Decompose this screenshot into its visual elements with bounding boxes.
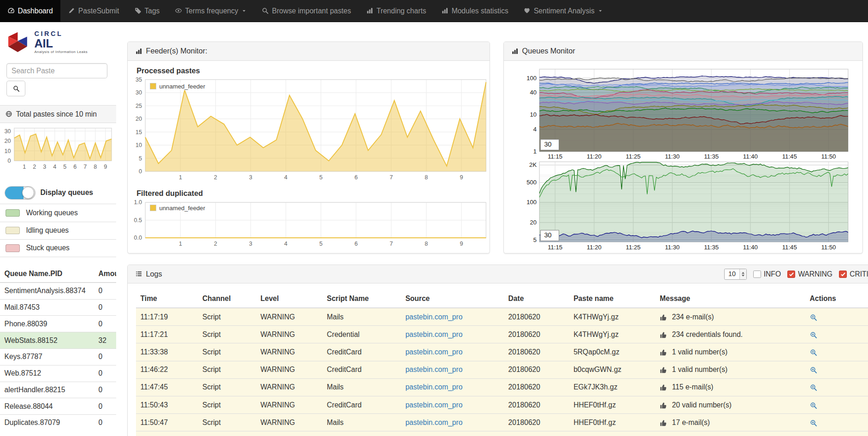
nav-item-trending-charts[interactable]: Trending charts (359, 0, 434, 22)
nav-item-label: Trending charts (377, 7, 426, 15)
zoom-in-icon[interactable] (810, 419, 817, 427)
log-message: 17 e-mail(s) (655, 414, 805, 431)
zoom-in-icon[interactable] (810, 366, 817, 374)
source-link[interactable]: pastebin.com_pro (405, 418, 462, 426)
source-link[interactable]: pastebin.com_pro (405, 383, 462, 391)
svg-text:25: 25 (136, 103, 142, 109)
svg-text:11:15: 11:15 (548, 244, 562, 251)
zoom-in-icon[interactable] (810, 402, 817, 409)
nav-item-sentiment-analysis[interactable]: Sentiment Analysis (516, 0, 611, 22)
nav-item-modules-statistics[interactable]: Modules statistics (434, 0, 516, 22)
log-level: WARNING (256, 431, 322, 436)
svg-text:2: 2 (214, 174, 217, 181)
queue-row: Duplicates.870790 (0, 415, 116, 431)
log-message-text: 1 valid number(s) (672, 365, 727, 373)
svg-text:2: 2 (214, 241, 217, 247)
nav-item-pastesubmit[interactable]: PasteSubmit (60, 0, 127, 22)
log-date: 20180620 (504, 414, 569, 431)
log-time: 11:47:45 (136, 378, 198, 396)
queue-amount: 0 (94, 398, 116, 415)
log-script-name: CreditCard (322, 396, 401, 413)
nav-item-browse-important-pastes[interactable]: Browse important pastes (254, 0, 359, 22)
zoom-in-icon[interactable] (810, 349, 817, 356)
log-script-name: Mails (322, 308, 401, 326)
checkbox-critical[interactable] (839, 271, 847, 278)
spinner-arrows-icon[interactable] (739, 269, 746, 279)
nav-item-terms-frequency[interactable]: Terms frequency (167, 0, 254, 22)
log-paste-name: HHEF0tHf.gz (569, 414, 655, 431)
log-actions (805, 308, 868, 326)
total-pastes-title: Total pastes since 10 min (16, 110, 97, 118)
zoom-in-icon[interactable] (810, 331, 817, 339)
source-link[interactable]: pastebin.com_pro (405, 348, 462, 356)
log-date: 20180620 (504, 431, 569, 436)
legend-row-idling-queues: Idling queues (0, 222, 116, 239)
svg-text:100: 100 (526, 74, 537, 81)
source-link[interactable]: pastebin.com_pro (405, 401, 462, 409)
source-link[interactable]: pastebin.com_pro (405, 365, 462, 373)
thumbs-up-icon (660, 402, 667, 409)
svg-text:4: 4 (284, 241, 288, 247)
checkbox-warning[interactable] (787, 271, 795, 278)
svg-text:3: 3 (249, 174, 252, 181)
logs-header-date: Date (504, 290, 569, 308)
caret-down-icon (242, 8, 247, 13)
queues-in-chart[interactable]: 14104010011:1511:2011:2511:3011:3511:401… (520, 66, 854, 161)
queue-name: SentimentAnalysis.88374 (0, 283, 94, 299)
log-row: 11:50:43ScriptWARNINGCreditCardpastebin.… (136, 396, 868, 413)
log-paste-name: 5RQap0cM.gz (569, 343, 655, 361)
checkbox-info[interactable] (753, 271, 761, 278)
graph-window-input[interactable]: 30 (540, 139, 559, 150)
log-message: 115 e-mail(s) (655, 378, 805, 396)
svg-text:2: 2 (33, 164, 36, 170)
svg-text:1: 1 (23, 164, 26, 170)
source-link[interactable]: pastebin.com_pro (405, 313, 462, 321)
svg-text:0.0: 0.0 (134, 235, 142, 241)
thumbs-up-icon (660, 384, 667, 391)
graph-window-input[interactable]: 30 (540, 230, 559, 241)
log-source: pastebin.com_pro (401, 343, 504, 361)
svg-text:5: 5 (319, 241, 323, 247)
log-message: 234 e-mail(s) (655, 308, 805, 326)
queues-legend: Working queuesIdling queuesStuck queues (0, 204, 116, 257)
display-queues-row: Display queues (0, 182, 116, 204)
svg-text:1: 1 (179, 174, 182, 181)
logs-panel-title: Logs (146, 270, 162, 278)
svg-text:11:30: 11:30 (665, 244, 679, 251)
nav-item-tags[interactable]: Tags (127, 0, 167, 22)
zoom-in-icon[interactable] (810, 314, 817, 321)
queue-name: Keys.87787 (0, 348, 94, 365)
svg-text:0: 0 (8, 158, 11, 164)
svg-text:5: 5 (139, 155, 142, 162)
chart-legend: unnamed_feeder (148, 204, 207, 212)
globe-icon (6, 111, 12, 117)
svg-text:30: 30 (136, 89, 142, 96)
queues-out-chart[interactable]: 5201005002K11:1511:2011:2511:3011:3511:4… (520, 159, 854, 252)
log-message: 1 valid number(s) (655, 343, 805, 361)
dashboard-icon (8, 7, 14, 14)
svg-text:9: 9 (460, 241, 463, 247)
queue-name: Mail.87453 (0, 299, 94, 316)
log-message: 1 valid number(s) (655, 361, 805, 378)
zoom-in-icon[interactable] (810, 384, 817, 391)
filter-label: CRITICAL (850, 270, 868, 278)
logs-page-size-value: 10 (725, 269, 740, 279)
source-link[interactable]: pastebin.com_pro (405, 330, 462, 338)
svg-text:4: 4 (533, 126, 536, 133)
log-script-name: Mails (322, 378, 401, 396)
logs-page-size-input[interactable]: 10 (724, 269, 747, 280)
svg-text:8: 8 (425, 241, 428, 247)
circl-logo-icon (6, 30, 30, 54)
log-paste-name: gCPGbuBx.gz (569, 431, 655, 436)
svg-text:10: 10 (530, 111, 537, 118)
display-queues-toggle[interactable] (5, 186, 35, 200)
log-message-text: 234 credentials found. (672, 330, 743, 338)
log-actions (805, 414, 868, 431)
svg-text:1.0: 1.0 (134, 199, 142, 206)
svg-text:11:25: 11:25 (626, 244, 640, 251)
search-button[interactable] (6, 81, 25, 96)
svg-text:9: 9 (104, 164, 107, 170)
nav-item-dashboard[interactable]: Dashboard (0, 0, 60, 22)
search-paste-input[interactable] (6, 63, 107, 79)
bar-chart-icon (136, 48, 142, 54)
